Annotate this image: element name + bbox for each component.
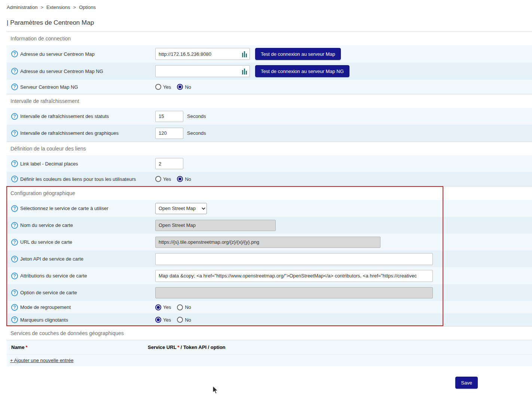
section-layer-services: Services de couches de données géographi…: [7, 326, 532, 366]
map-ng-server-label: Serveur Centreon Map NG: [20, 84, 78, 90]
map-service-url-input: [155, 237, 380, 248]
help-icon[interactable]: ?: [11, 83, 18, 90]
breadcrumb-separator: >: [40, 4, 43, 10]
blinking-markers-label: Marqueurs clignotants: [20, 317, 68, 323]
help-icon[interactable]: ?: [11, 113, 18, 120]
radio-no-label: No: [185, 304, 191, 310]
section-header-connection: Information de connection: [7, 31, 532, 45]
required-marker: *: [178, 344, 180, 350]
save-row: Save: [7, 366, 532, 389]
help-icon[interactable]: ?: [11, 130, 18, 137]
row-status-refresh: ? Intervalle de rafraîchissement des sta…: [7, 108, 532, 125]
map-ng-address-input[interactable]: [156, 66, 250, 77]
graph-refresh-unit: Seconds: [187, 130, 206, 136]
map-service-name-label: Nom du service de carte: [20, 222, 73, 228]
clipboard-icon[interactable]: [242, 51, 247, 57]
map-address-input-wrap: [155, 48, 250, 60]
radio-no-label: No: [185, 317, 191, 323]
help-icon[interactable]: ?: [11, 316, 18, 323]
row-map-ng-address: ? Adresse du serveur Centreon Map NG Tes…: [7, 63, 532, 80]
map-service-select-label: Sélectionnez le service de carte à utili…: [20, 206, 108, 211]
row-map-service-select: ? Sélectionnez le service de carte à uti…: [7, 200, 532, 217]
layer-services-table-header: Name* Service URL*/ Token API / option: [7, 340, 532, 354]
map-ng-server-radio-yes[interactable]: [155, 84, 161, 90]
map-service-name-input: [155, 220, 276, 231]
row-map-service-name: ? Nom du service de carte: [7, 217, 532, 234]
help-icon[interactable]: ?: [11, 51, 18, 57]
add-entry-link[interactable]: + Ajouter une nouvelle entrée: [10, 358, 74, 363]
map-ng-server-radio-group: Yes No: [155, 84, 197, 90]
help-icon[interactable]: ?: [11, 239, 18, 246]
map-service-option-input: [155, 287, 433, 298]
row-map-ng-server: ? Serveur Centreon Map NG Yes No: [7, 80, 532, 94]
map-service-url-label: URL du service de carte: [20, 239, 72, 245]
clipboard-icon[interactable]: [242, 69, 247, 75]
radio-yes-label: Yes: [163, 304, 171, 310]
help-icon[interactable]: ?: [11, 68, 18, 75]
help-icon[interactable]: ?: [11, 222, 18, 229]
row-link-label-decimals: ? Link label - Decimal places: [7, 155, 532, 172]
grouping-mode-radio-group: Yes No: [155, 304, 197, 310]
row-map-service-option: ? Option de service de carte: [7, 284, 532, 301]
section-link-color: Définition de la couleur des liens ? Lin…: [7, 142, 532, 186]
breadcrumb: Administration > Extensions > Options: [7, 0, 532, 14]
section-header-link-color: Définition de la couleur des liens: [7, 142, 532, 155]
test-map-ng-connection-button[interactable]: Test de connexion au serveur Map NG: [255, 65, 349, 77]
link-label-decimals-label: Link label - Decimal places: [20, 161, 78, 167]
map-service-attributions-label: Attributions du service de carte: [20, 273, 87, 279]
column-header-name: Name*: [7, 344, 148, 350]
row-map-address: ? Adresse du serveur Centreon Map Test d…: [7, 45, 532, 63]
map-service-select[interactable]: Open Street Map: [155, 203, 207, 214]
help-icon[interactable]: ?: [11, 256, 18, 262]
section-refresh: Intervalle de rafraîchissement ? Interva…: [7, 94, 532, 142]
help-icon[interactable]: ?: [11, 304, 18, 311]
row-map-service-attributions: ? Attributions du service de carte: [7, 267, 532, 284]
link-colors-radio-group: Yes No: [155, 176, 197, 182]
status-refresh-input[interactable]: [155, 111, 183, 122]
status-refresh-label: Intervalle de rafraîchissement des statu…: [20, 113, 109, 119]
add-entry-row: + Ajouter une nouvelle entrée: [7, 354, 532, 366]
link-colors-radio-no[interactable]: [177, 176, 183, 182]
grouping-mode-label: Mode de regroupement: [20, 304, 71, 310]
grouping-mode-radio-yes[interactable]: [155, 304, 161, 310]
help-icon[interactable]: ?: [11, 176, 18, 182]
section-header-layer-services: Services de couches de données géographi…: [7, 326, 532, 340]
status-refresh-unit: Seconds: [187, 113, 206, 119]
save-button[interactable]: Save: [455, 377, 478, 389]
blinking-markers-radio-group: Yes No: [155, 317, 197, 323]
radio-no-label: No: [185, 84, 191, 90]
map-address-label: Adresse du serveur Centreon Map: [20, 51, 95, 57]
map-ng-address-input-wrap: [155, 65, 250, 77]
radio-yes-label: Yes: [163, 84, 171, 90]
test-map-connection-button[interactable]: Test de connexion au serveur Map: [255, 48, 341, 60]
radio-no-label: No: [185, 176, 191, 182]
column-header-service-url: Service URL*/ Token API / option: [148, 344, 226, 350]
help-icon[interactable]: ?: [11, 273, 18, 279]
grouping-mode-radio-no[interactable]: [177, 304, 183, 310]
row-graph-refresh: ? Intervalle de rafraîchissement des gra…: [7, 125, 532, 142]
breadcrumb-administration[interactable]: Administration: [7, 4, 37, 10]
link-label-decimals-input[interactable]: [155, 158, 183, 169]
help-icon[interactable]: ?: [11, 160, 18, 167]
section-connection: Information de connection ? Adresse du s…: [7, 31, 532, 94]
help-icon[interactable]: ?: [11, 205, 18, 212]
breadcrumb-extensions[interactable]: Extensions: [46, 4, 70, 10]
blinking-markers-radio-no[interactable]: [177, 317, 183, 323]
blinking-markers-radio-yes[interactable]: [155, 317, 161, 323]
map-ng-server-radio-no[interactable]: [177, 84, 183, 90]
map-service-attributions-input[interactable]: [155, 270, 433, 282]
help-icon[interactable]: ?: [11, 289, 18, 296]
section-header-refresh: Intervalle de rafraîchissement: [7, 94, 532, 108]
graph-refresh-label: Intervalle de rafraîchissement des graph…: [20, 130, 119, 136]
mouse-cursor: [213, 386, 219, 395]
graph-refresh-input[interactable]: [155, 128, 183, 139]
row-map-service-url: ? URL du service de carte: [7, 234, 532, 250]
link-colors-radio-yes[interactable]: [155, 176, 161, 182]
radio-yes-label: Yes: [163, 176, 171, 182]
breadcrumb-options[interactable]: Options: [79, 4, 96, 10]
radio-yes-label: Yes: [163, 317, 171, 323]
row-link-colors-all-users: ? Définir les couleurs des liens pour to…: [7, 172, 532, 186]
map-address-input[interactable]: [156, 48, 250, 60]
map-service-token-input[interactable]: [155, 253, 433, 265]
section-header-geographic: Configuration géographique: [7, 186, 532, 200]
